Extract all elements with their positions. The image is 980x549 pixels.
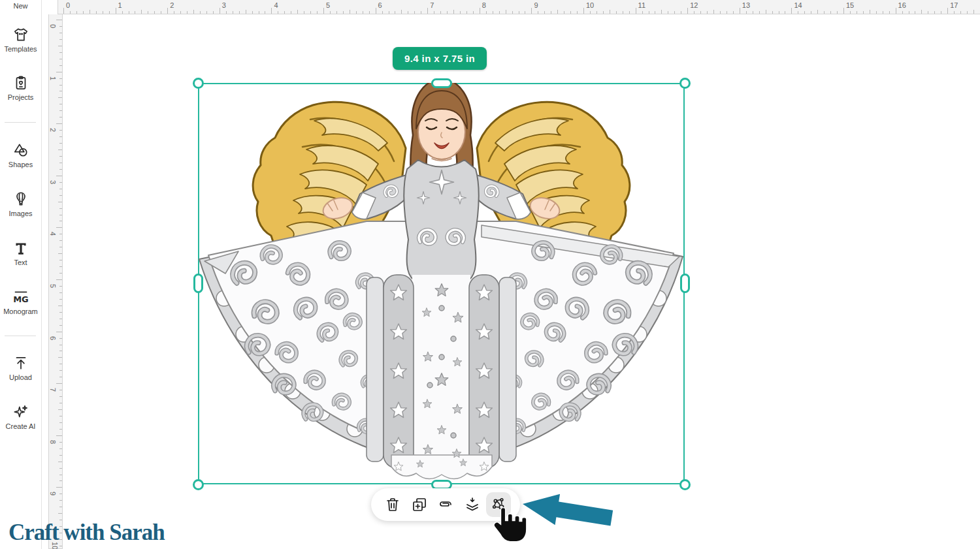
monogram-icon: MG <box>12 289 29 306</box>
sidebar-item-text[interactable]: Text <box>0 240 41 266</box>
create-ai-icon <box>12 403 29 420</box>
selection-toolbar <box>371 488 520 521</box>
size-badge: 9.4 in x 7.75 in <box>393 47 487 70</box>
ruler-vertical: 012345678910 <box>48 14 63 549</box>
resize-handle-bottom-left[interactable] <box>193 479 204 490</box>
sidebar-item-new[interactable]: New <box>0 0 41 10</box>
flatten-button[interactable] <box>460 492 485 517</box>
templates-icon <box>12 26 29 43</box>
shapes-icon <box>12 142 29 159</box>
resize-handle-top-left[interactable] <box>193 78 204 89</box>
resize-handle-bottom-right[interactable] <box>679 479 691 490</box>
text-icon <box>12 240 29 257</box>
resize-handle-top-center[interactable] <box>431 78 452 88</box>
flatten-icon <box>465 497 480 512</box>
projects-icon <box>12 74 29 91</box>
svg-text:MG: MG <box>13 294 29 304</box>
watermark-logo: Craft with Sarah <box>8 520 165 546</box>
sidebar-item-monogram[interactable]: MG Monogram <box>0 289 41 315</box>
design-canvas-app: 01234567891011121314151617 012345678910 <box>0 0 980 549</box>
sidebar-item-label: Shapes <box>8 161 33 168</box>
upload-icon <box>12 354 29 371</box>
sidebar-item-label: Create AI <box>6 422 36 430</box>
sidebar-item-label: Projects <box>8 93 34 101</box>
paperclip-icon <box>438 497 453 512</box>
sidebar-item-label: Upload <box>9 373 32 381</box>
resize-handle-top-right[interactable] <box>679 78 691 89</box>
ruler-horizontal: 01234567891011121314151617 <box>57 0 980 14</box>
images-icon <box>12 191 29 208</box>
nodes-icon <box>491 497 506 512</box>
combine-button[interactable] <box>486 492 511 517</box>
sidebar-item-create-ai[interactable]: Create AI <box>0 403 41 430</box>
duplicate-icon <box>412 497 427 512</box>
sidebar-divider <box>5 336 36 336</box>
sidebar-item-label: Templates <box>4 45 37 53</box>
left-toolbar: New Templates Projects Shapes <box>0 0 42 549</box>
sidebar-item-images[interactable]: Images <box>0 191 41 217</box>
sidebar-item-label: Text <box>14 259 27 266</box>
sidebar-item-upload[interactable]: Upload <box>0 354 41 381</box>
sidebar-divider <box>5 122 36 123</box>
sidebar-item-label: Images <box>8 210 32 217</box>
delete-button[interactable] <box>380 492 405 517</box>
sidebar-item-label: Monogram <box>3 307 38 315</box>
resize-handle-right-center[interactable] <box>680 274 690 293</box>
sidebar-item-shapes[interactable]: Shapes <box>0 142 41 168</box>
sidebar-item-label: New <box>13 2 27 10</box>
attach-button[interactable] <box>433 492 458 517</box>
sidebar-item-projects[interactable]: Projects <box>0 74 41 101</box>
sidebar-item-templates[interactable]: Templates <box>0 26 41 53</box>
resize-handle-left-center[interactable] <box>193 274 203 293</box>
angel-artwork[interactable] <box>198 83 685 484</box>
duplicate-button[interactable] <box>407 492 432 517</box>
trash-icon <box>385 497 400 512</box>
